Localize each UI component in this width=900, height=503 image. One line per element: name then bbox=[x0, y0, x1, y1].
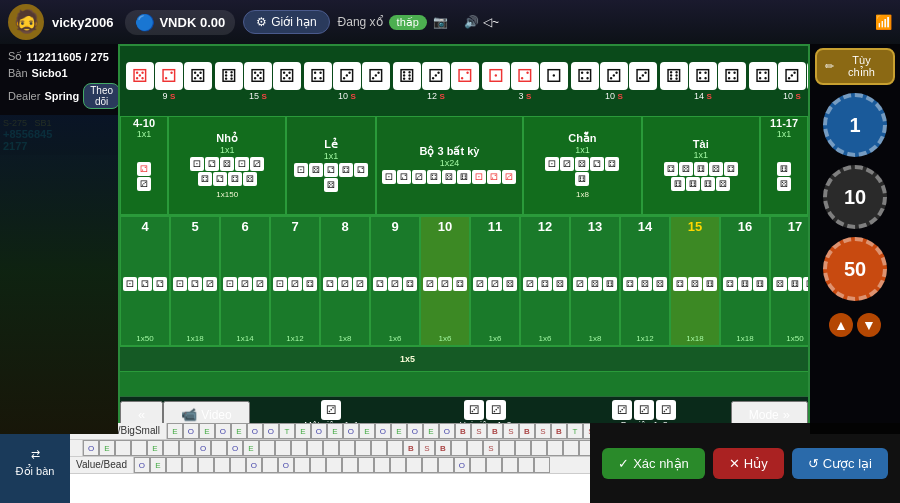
bet-num-10[interactable]: 10 ⚂ ⚂ ⚃ 1x6 bbox=[420, 216, 470, 346]
single-bet-row: 1x5 bbox=[120, 346, 808, 372]
bet-num-5[interactable]: 5 ⚀ ⚁ ⚂ 1x18 bbox=[170, 216, 220, 346]
ban-row: Bàn Sicbo1 bbox=[4, 65, 114, 81]
bet-num-6[interactable]: 6 ⚀ ⚂ ⚂ 1x14 bbox=[220, 216, 270, 346]
bet-num-13[interactable]: 13 ⚂ ⚄ ⚅ 1x8 bbox=[570, 216, 620, 346]
chevron-right-icon: » bbox=[783, 407, 790, 422]
dealer-label: Dealer bbox=[8, 90, 40, 102]
dice-face: ⚃ bbox=[304, 62, 332, 90]
bet-num-17[interactable]: 17 ⚄ ⚅ ⚅ 1x50 bbox=[770, 216, 810, 346]
bet-bo3[interactable]: Bộ 3 bất kỳ 1x24 ⚀ ⚁ ⚂ ⚃ ⚄ ⚅ ⚀ ⚁ ⚂ bbox=[376, 116, 524, 215]
left-background: S-275 SB1 +8556845 2177 bbox=[0, 115, 118, 434]
balance-value: VNDK 0.00 bbox=[159, 15, 225, 30]
hist-col-4: ⚅ ⚂ ⚁ 12 S bbox=[393, 62, 479, 101]
bet-num-7[interactable]: 7 ⚀ ⚂ ⚃ 1x12 bbox=[270, 216, 320, 346]
switch-icon: ⇄ bbox=[31, 448, 40, 461]
dice-face: ⚂ bbox=[362, 62, 390, 90]
speaker-area[interactable]: 🔊 ◁~ bbox=[464, 15, 499, 29]
bet-num-9[interactable]: 9 ⚁ ⚂ ⚃ 1x6 bbox=[370, 216, 420, 346]
dice-face: ⚁ bbox=[451, 62, 479, 90]
bet-num-16[interactable]: 16 ⚃ ⚅ ⚅ 1x18 bbox=[720, 216, 770, 346]
bet-num-14[interactable]: 14 ⚃ ⚄ ⚄ 1x12 bbox=[620, 216, 670, 346]
hist-col-7: ⚅ ⚃ ⚃ 14 S bbox=[660, 62, 746, 101]
bet-num-12[interactable]: 12 ⚂ ⚃ ⚄ 1x6 bbox=[520, 216, 570, 346]
value-bead-cells: O E O O O bbox=[134, 457, 590, 473]
username: vicky2006 bbox=[52, 15, 113, 30]
chip-50[interactable]: 50 bbox=[823, 237, 887, 301]
doi-ban-button[interactable]: ⇄ Đổi bàn bbox=[0, 423, 70, 503]
bo3-label: Bộ 3 bất kỳ bbox=[420, 145, 480, 158]
game-board: ⚄ ⚁ ⚄ 9 S ⚅ ⚄ ⚄ 15 S ⚃ ⚂ ⚂ 10 S ⚅ bbox=[118, 44, 810, 434]
huy-button[interactable]: ✕ Hủy bbox=[713, 448, 784, 479]
dice-face: ⚀ bbox=[482, 62, 510, 90]
cuoc-lai-button[interactable]: ↺ Cược lại bbox=[792, 448, 888, 479]
dice-face: ⚂ bbox=[778, 62, 806, 90]
theo-doi-button[interactable]: Theo dõi bbox=[83, 83, 118, 109]
dice-face: ⚄ bbox=[273, 62, 301, 90]
dang-xo-area: Đang xổ thấp 📷 bbox=[338, 15, 448, 30]
le-label: Lẻ bbox=[324, 138, 338, 151]
dice-face: ⚀ bbox=[540, 62, 568, 90]
hist-col-5: ⚀ ⚁ ⚀ 3 S bbox=[482, 62, 568, 101]
bet-le[interactable]: Lẻ 1x1 ⚀ ⚄ ⚁ ⚃ ⚁ ⚄ bbox=[286, 116, 375, 215]
mini-die: ⚂ bbox=[137, 177, 151, 191]
xac-nhan-button[interactable]: ✓ Xác nhận bbox=[602, 448, 705, 479]
so-value: 112211605 / 275 bbox=[26, 51, 109, 63]
bet-num-4[interactable]: 4 ⚀ ⚁ ⚁ 1x50 bbox=[120, 216, 170, 346]
chip-1[interactable]: 1 bbox=[823, 93, 887, 157]
bet-nho[interactable]: Nhỏ 1x1 ⚀ ⚁ ⚄ ⚀ ⚂ ⚃ ⚁ ⚃ ⚄ 1x150 bbox=[168, 116, 286, 215]
gioi-han-button[interactable]: ⚙ Giới hạn bbox=[243, 10, 329, 34]
tuy-chinh-button[interactable]: ✏ Tùy chỉnh bbox=[815, 48, 895, 85]
tai-label: Tài bbox=[693, 138, 709, 150]
top-bets-row: 4-10 1x1 ⚁ ⚂ Nhỏ 1x1 ⚀ ⚁ bbox=[120, 116, 808, 216]
dice-face: ⚄ bbox=[126, 62, 154, 90]
signal-icon: 📶 bbox=[875, 14, 892, 30]
so-row: Số 112211605 / 275 bbox=[4, 48, 114, 65]
bet-type-table: OddEven/BigSmall E O E O E O O T E O E O… bbox=[70, 423, 590, 503]
chan-label: Chẵn bbox=[568, 132, 596, 145]
arrow-down-icon[interactable]: ▼ bbox=[857, 313, 881, 337]
camera-icon: 📷 bbox=[433, 15, 448, 29]
dealer-row: Dealer Spring Theo dõi ⏺ bbox=[4, 81, 114, 111]
hist-col-6: ⚃ ⚂ ⚂ 10 S bbox=[571, 62, 657, 101]
arrow-up-icon[interactable]: ▲ bbox=[829, 313, 853, 337]
bet-num-15[interactable]: 15 ⚃ ⚄ ⚅ 1x18 bbox=[670, 216, 720, 346]
left-panel: Số 112211605 / 275 Bàn Sicbo1 Dealer Spr… bbox=[0, 44, 118, 434]
ban-label: Bàn bbox=[8, 67, 28, 79]
bet-4-10[interactable]: 4-10 1x1 ⚁ ⚂ bbox=[120, 116, 168, 215]
hist-col-3: ⚃ ⚂ ⚂ 10 S bbox=[304, 62, 390, 101]
chip-10[interactable]: 10 bbox=[823, 165, 887, 229]
dice-face: ⚃ bbox=[689, 62, 717, 90]
dice-face: ⚂ bbox=[600, 62, 628, 90]
right-panel: ✏ Tùy chỉnh 1 10 50 ▲ ▼ bbox=[810, 44, 900, 434]
value-bead-row: Value/Bead O E O O bbox=[70, 457, 590, 474]
balance-area: 🔵 VNDK 0.00 bbox=[125, 10, 235, 35]
row2-cells: O E E O O E B S bbox=[83, 440, 590, 456]
video-icon: 📹 bbox=[181, 407, 197, 422]
bottom-bar: ⇄ Đổi bàn OddEven/BigSmall E O E O E O O… bbox=[0, 423, 900, 503]
dice-face: ⚂ bbox=[333, 62, 361, 90]
dice-face: ⚄ bbox=[184, 62, 212, 90]
spacer-label bbox=[70, 440, 83, 456]
bet-num-8[interactable]: 8 ⚁ ⚂ ⚂ 1x8 bbox=[320, 216, 370, 346]
game-info: Số 112211605 / 275 Bàn Sicbo1 Dealer Spr… bbox=[0, 44, 118, 115]
bet-num-11[interactable]: 11 ⚂ ⚂ ⚄ 1x6 bbox=[470, 216, 520, 346]
bet-chan[interactable]: Chẵn 1x1 ⚀ ⚂ ⚄ ⚁ ⚃ ⚅ 1x8 bbox=[523, 116, 641, 215]
bet-tai[interactable]: Tài 1x1 ⚃ ⚄ ⚅ ⚄ ⚃ ⚅ ⚅ ⚅ ⚄ bbox=[642, 116, 760, 215]
dice-face: ⚂ bbox=[422, 62, 450, 90]
dice-face: ⚁ bbox=[155, 62, 183, 90]
dice-face: ⚃ bbox=[571, 62, 599, 90]
chevron-left-icon: « bbox=[138, 407, 145, 422]
header: 🧔 vicky2006 🔵 VNDK 0.00 ⚙ Giới hạn Đang … bbox=[0, 0, 900, 44]
bottom-bets-row: 4 ⚀ ⚁ ⚁ 1x50 5 ⚀ ⚁ ⚂ 1x18 6 bbox=[120, 216, 808, 346]
mini-die: ⚁ bbox=[137, 162, 151, 176]
bet-11-17[interactable]: 11-17 1x1 ⚅ ⚄ bbox=[760, 116, 808, 215]
row2: O E E O O E B S bbox=[70, 440, 590, 457]
speaker-icon: 🔊 bbox=[464, 15, 479, 29]
pencil-icon: ✏ bbox=[825, 60, 834, 73]
gear-icon: ⚙ bbox=[256, 15, 267, 29]
so-label: Số bbox=[8, 50, 22, 63]
hist-col-1: ⚄ ⚁ ⚄ 9 S bbox=[126, 62, 212, 101]
coin-icon: 🔵 bbox=[135, 13, 155, 32]
chan-subodd: 1x8 bbox=[576, 190, 589, 199]
dice-face: ⚄ bbox=[244, 62, 272, 90]
